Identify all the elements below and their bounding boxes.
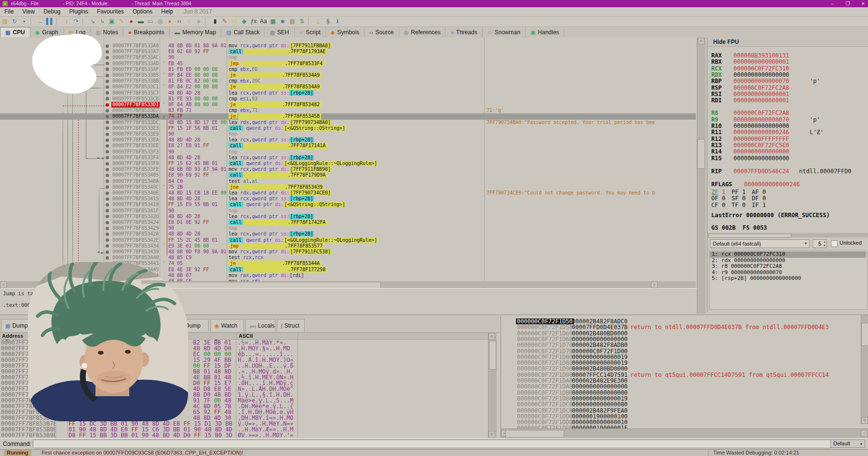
disasm-row[interactable]: 00007FF78F85341F90 nop bbox=[0, 208, 696, 214]
register-row[interactable]: R90000000000000070'p' bbox=[707, 117, 868, 123]
disasm-row[interactable]: 00007FF78F8533E3FF 15 1F 56 BB 01 call q… bbox=[0, 125, 696, 131]
tab-seh[interactable]: ▩SEH bbox=[265, 28, 294, 37]
disasm-vscrollbar[interactable]: ˄ bbox=[697, 38, 705, 314]
spin-down-icon[interactable]: ▼ bbox=[823, 244, 826, 248]
menu-view[interactable]: View bbox=[18, 7, 39, 16]
scroll-thumb[interactable] bbox=[861, 323, 868, 346]
disasm-row[interactable]: 00007FF78F85342EFF 15 2C 45 BB 01 call q… bbox=[0, 237, 696, 243]
stack-hscrollbar[interactable]: ‹ › bbox=[501, 428, 868, 438]
gutter-dot[interactable] bbox=[106, 197, 109, 201]
gutter-dot[interactable] bbox=[106, 221, 109, 224]
stack-panel[interactable]: 000000C0F72F1D50000002B482F8ADC0000000C0… bbox=[501, 315, 868, 438]
disasm-row[interactable]: 00007FF78F85342990 nop bbox=[0, 225, 696, 231]
register-row[interactable]: R140000000000000000 bbox=[707, 149, 868, 155]
tab-locals[interactable]: |x=|Locals bbox=[245, 319, 275, 332]
swap-icon[interactable]: ⇅ bbox=[297, 17, 307, 26]
disasm-row[interactable]: 00007FF78F85341548 8D 4D 28 lea rcx,qwor… bbox=[0, 196, 696, 202]
gutter-dot[interactable] bbox=[106, 185, 109, 189]
about-icon[interactable]: ℹ bbox=[333, 17, 342, 26]
function-icon[interactable]: ƒx bbox=[249, 17, 258, 26]
tab-watch1[interactable]: ◉Watch 1 bbox=[210, 319, 244, 332]
minimize-button[interactable]: – bbox=[826, 0, 839, 7]
scroll-up-icon[interactable]: ˄ bbox=[698, 38, 705, 44]
label-icon[interactable]: ▭ bbox=[230, 17, 239, 26]
register-row[interactable]: RAX000008B393100131 bbox=[707, 53, 868, 59]
tab-call-stack[interactable]: ▨Call Stack bbox=[221, 28, 265, 37]
gutter-dot[interactable] bbox=[106, 168, 109, 171]
scroll-thumb[interactable] bbox=[697, 139, 705, 169]
gutter-dot[interactable] bbox=[106, 209, 109, 212]
gutter-dot[interactable] bbox=[106, 180, 109, 183]
register-row-rflags[interactable]: RFLAGS0000000000000246 bbox=[707, 181, 868, 188]
scroll-thumb[interactable] bbox=[489, 341, 496, 370]
run-icon[interactable]: → bbox=[36, 17, 45, 26]
scroll-down-icon[interactable]: ˅ bbox=[861, 417, 868, 424]
gutter-dot[interactable] bbox=[106, 44, 109, 48]
stack-row[interactable]: 000000C0F72F1DC00000000000000080 bbox=[501, 401, 860, 407]
scroll-right-icon[interactable]: › bbox=[651, 281, 658, 288]
disasm-row[interactable]: ˇ00007FF78F8533D10F 84 AB 00 00 00 je.7F… bbox=[0, 102, 696, 108]
gutter-dot[interactable] bbox=[106, 138, 109, 142]
menu-favourites[interactable]: Favourites bbox=[93, 7, 128, 16]
scroll-thumb[interactable] bbox=[505, 430, 564, 438]
tab-memory-map[interactable]: ▬Memory Map bbox=[170, 28, 221, 37]
register-row-rip[interactable]: RIP00007FFD0D546C24ntdll.00007FFD0 bbox=[707, 168, 868, 175]
arguments-box[interactable]: 1: rcx 000000C0F72FC3102: rdx 0000000000… bbox=[709, 250, 868, 310]
menu-options[interactable]: Options bbox=[128, 7, 157, 16]
scroll-thumb[interactable] bbox=[708, 234, 791, 238]
tab-struct[interactable]: ʃStruct bbox=[277, 319, 305, 332]
gutter-dot[interactable] bbox=[106, 121, 109, 124]
disasm-row[interactable]: 00007FF78F85340A84 C0 test al,al bbox=[0, 179, 696, 184]
disasm-row[interactable]: 00007FF78F8533F8FF 15 62 45 BB 01 call q… bbox=[0, 161, 696, 166]
register-row[interactable]: R8000000C0F72FC2A8 bbox=[707, 110, 868, 116]
close-button[interactable]: ✕ bbox=[856, 0, 868, 7]
registers-hscrollbar[interactable] bbox=[707, 233, 868, 237]
disasm-row[interactable]: 00007FF78F85342048 8D 4D 28 lea rcx,qwor… bbox=[0, 214, 696, 220]
gutter-dot[interactable] bbox=[106, 156, 109, 159]
memory-map-icon[interactable]: ▬ bbox=[136, 17, 146, 26]
disasm-row[interactable]: 00007FF78F8533EA48 8D 4D 28 lea rcx,qwor… bbox=[0, 137, 696, 143]
disasm-row[interactable]: 00007FF78F853424E8 D1 0E 92 FF call.7FF7… bbox=[0, 220, 696, 225]
disasm-row[interactable]: 00007FF78F8533D783 FB 71 cmp ebx,7171:'q… bbox=[0, 108, 696, 113]
case-icon[interactable]: Aa bbox=[258, 17, 268, 26]
argument-row[interactable]: 3: r8 000000C0F72FC2A8 bbox=[710, 263, 866, 270]
breakpoint-dot[interactable] bbox=[106, 103, 109, 107]
register-row[interactable]: RBP0000000000000070'p' bbox=[707, 78, 868, 84]
register-row[interactable]: RSI0000000000000001 bbox=[707, 91, 868, 97]
gutter-dot[interactable] bbox=[106, 109, 109, 112]
register-row[interactable]: RSP000000C0F72FC2A8 bbox=[707, 85, 868, 91]
stop-icon[interactable]: ▪ bbox=[19, 17, 29, 26]
disasm-row[interactable]: →00007FF78F85343948 8B 0D F8 90 9A 01 mo… bbox=[0, 249, 696, 255]
calculator-icon[interactable]: ▤ bbox=[287, 17, 297, 26]
scroll-left-icon[interactable]: ‹ bbox=[0, 281, 7, 288]
tab-breakpoints[interactable]: ●Breakpoints bbox=[123, 28, 170, 37]
disasm-row[interactable]: 00007FF78F8533CB81 FE 93 00 00 00 cmp es… bbox=[0, 96, 696, 102]
tab-source[interactable]: ‹›Source bbox=[365, 28, 399, 37]
disasm-row[interactable]: 00007FF78F85340E48 8D 15 CB 18 EE 00 lea… bbox=[0, 190, 696, 196]
step-over-icon[interactable]: ↷ bbox=[71, 17, 81, 26]
stack-row[interactable]: 000000C0F72F1D5800007FFD0D4E037Breturn t… bbox=[501, 324, 860, 330]
registers-panel[interactable]: Hide FPU RAX000008B393100131RBX000000000… bbox=[707, 38, 868, 312]
register-row[interactable]: RDI0000000000000001 bbox=[707, 97, 868, 104]
user-icon[interactable]: ☻ bbox=[278, 17, 287, 26]
gutter-dot[interactable] bbox=[106, 174, 109, 177]
gutter-dot[interactable] bbox=[106, 215, 109, 218]
patches-icon[interactable]: ▮ bbox=[210, 17, 220, 26]
restart-icon[interactable]: ↻ bbox=[10, 17, 19, 26]
disasm-row[interactable]: 00007FF78F8533E990 nop bbox=[0, 131, 696, 137]
comment-icon[interactable]: ✎ bbox=[220, 17, 230, 26]
modules-icon[interactable]: § bbox=[323, 17, 333, 26]
tab-symbols[interactable]: ◆Symbols bbox=[326, 28, 365, 37]
animate-icon[interactable]: ✎ bbox=[117, 17, 126, 26]
disasm-row[interactable]: 00007FF78F85342A48 8D 4D 28 lea rcx,qwor… bbox=[0, 231, 696, 237]
step-source-into-icon[interactable]: ↘ bbox=[88, 17, 97, 26]
threads-icon[interactable]: » bbox=[194, 17, 203, 26]
source-icon[interactable]: ‹› bbox=[175, 17, 184, 26]
tab-references[interactable]: ◎References bbox=[399, 28, 446, 37]
maximize-button[interactable]: ❐ bbox=[841, 0, 854, 7]
gutter-dot[interactable] bbox=[106, 162, 109, 166]
gutter-dot[interactable] bbox=[106, 80, 109, 83]
arg-count-stepper[interactable]: 5 ▲ ▼ bbox=[813, 239, 827, 248]
command-input[interactable] bbox=[33, 440, 831, 448]
gutter-dot[interactable] bbox=[106, 238, 109, 242]
